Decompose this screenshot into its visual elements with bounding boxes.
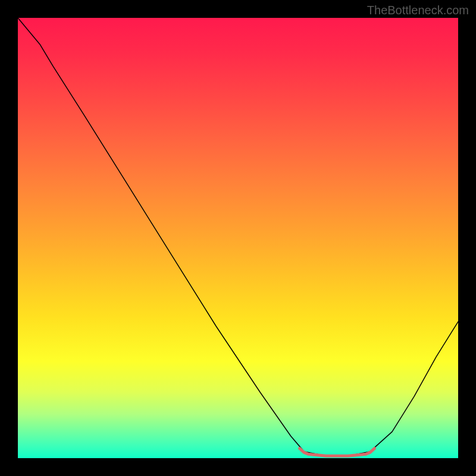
chart-area (18, 18, 458, 458)
chart-svg (18, 18, 458, 458)
series-curve (18, 18, 458, 456)
watermark-text: TheBottleneck.com (367, 4, 469, 17)
series-highlight-segment (300, 449, 375, 456)
